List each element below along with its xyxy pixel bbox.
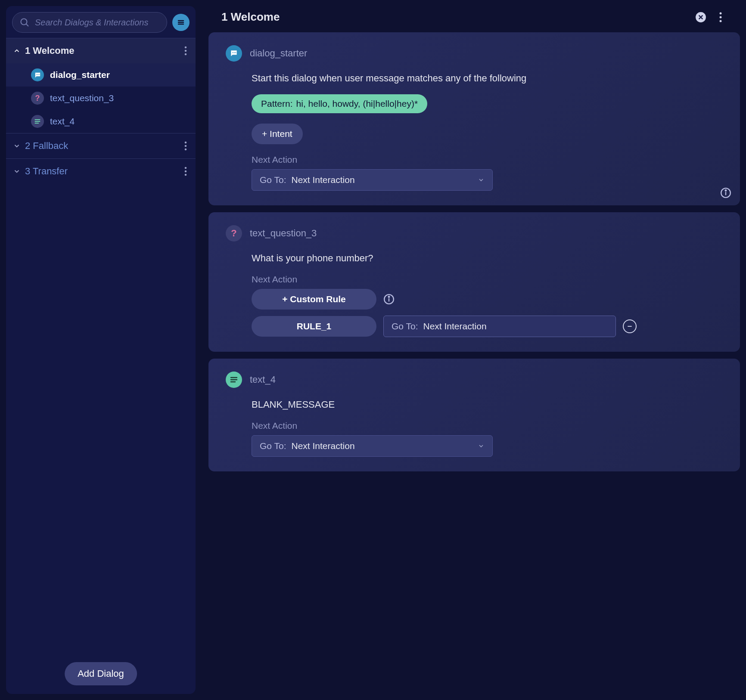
svg-line-1 bbox=[26, 24, 28, 26]
svg-point-29 bbox=[725, 190, 727, 191]
search-row bbox=[6, 9, 196, 38]
card-head: dialog_starter bbox=[226, 45, 723, 62]
card-message: What is your phone number? bbox=[252, 253, 723, 264]
select-prefix: Go To: bbox=[260, 441, 286, 451]
dialog-group-welcome: 1 Welcome dialog_starter ? text_question… bbox=[6, 38, 196, 133]
svg-point-19 bbox=[185, 174, 187, 176]
rule-row: RULE_1 Go To: Next Interaction bbox=[252, 316, 723, 337]
card-message: BLANK_MESSAGE bbox=[252, 399, 723, 410]
sidebar-item-label: dialog_starter bbox=[50, 70, 110, 80]
svg-point-9 bbox=[37, 74, 38, 75]
add-intent-button[interactable]: + Intent bbox=[252, 124, 303, 144]
sidebar-item-text-4[interactable]: text_4 bbox=[6, 110, 196, 133]
svg-point-7 bbox=[185, 53, 187, 56]
select-value: Next Interaction bbox=[291, 441, 354, 451]
rule-goto-select[interactable]: Go To: Next Interaction bbox=[383, 316, 616, 337]
svg-point-23 bbox=[720, 20, 722, 22]
select-value: Next Interaction bbox=[291, 175, 354, 185]
pattern-label: Pattern: bbox=[261, 99, 293, 109]
card-body: What is your phone number? Next Action +… bbox=[226, 253, 723, 337]
card-name: text_question_3 bbox=[250, 228, 317, 239]
text-icon bbox=[31, 115, 44, 128]
chevron-down-icon bbox=[13, 142, 21, 150]
chevron-down-icon bbox=[478, 177, 485, 183]
text-icon bbox=[226, 372, 242, 388]
dialog-header-welcome[interactable]: 1 Welcome bbox=[6, 38, 196, 63]
chevron-down-icon bbox=[13, 167, 21, 175]
svg-point-15 bbox=[185, 145, 187, 147]
info-icon[interactable] bbox=[383, 294, 395, 305]
search-input[interactable] bbox=[34, 17, 160, 28]
search-box[interactable] bbox=[12, 12, 167, 33]
sidebar-item-dialog-starter[interactable]: dialog_starter bbox=[6, 63, 196, 87]
card-description: Start this dialog when user message matc… bbox=[252, 73, 723, 84]
svg-point-14 bbox=[185, 142, 187, 144]
custom-rule-row: + Custom Rule bbox=[252, 289, 723, 310]
svg-point-22 bbox=[720, 16, 722, 18]
close-dialog-icon[interactable] bbox=[694, 11, 707, 24]
sidebar-item-label: text_question_3 bbox=[50, 93, 114, 103]
main-header: 1 Welcome bbox=[208, 6, 740, 25]
question-icon: ? bbox=[226, 225, 242, 242]
svg-point-6 bbox=[185, 50, 187, 52]
main: 1 Welcome dialog_starter Start this dial… bbox=[208, 6, 740, 694]
svg-point-26 bbox=[235, 52, 236, 53]
chat-icon bbox=[31, 68, 44, 81]
dialog-menu-transfer[interactable] bbox=[183, 165, 189, 178]
interaction-list: dialog_starter ? text_question_3 text_4 bbox=[6, 63, 196, 133]
dialog-title: 3 Transfer bbox=[25, 166, 68, 177]
card-body: BLANK_MESSAGE Next Action Go To: Next In… bbox=[226, 399, 723, 457]
chevron-down-icon bbox=[478, 443, 485, 449]
dialog-menu-welcome[interactable] bbox=[183, 44, 189, 57]
info-icon[interactable] bbox=[720, 187, 731, 198]
next-action-label: Next Action bbox=[252, 274, 723, 285]
sidebar: 1 Welcome dialog_starter ? text_question… bbox=[6, 6, 196, 694]
question-icon: ? bbox=[31, 92, 44, 105]
svg-point-24 bbox=[232, 52, 233, 53]
pattern-chip[interactable]: Pattern: hi, hello, howdy, (hi|hello|hey… bbox=[252, 94, 427, 113]
dialog-header-fallback[interactable]: 2 Fallback bbox=[6, 133, 196, 158]
sidebar-item-label: text_4 bbox=[50, 116, 75, 127]
add-dialog-button[interactable]: Add Dialog bbox=[65, 662, 137, 685]
next-action-select[interactable]: Go To: Next Interaction bbox=[252, 169, 493, 191]
sidebar-item-text-question-3[interactable]: ? text_question_3 bbox=[6, 87, 196, 110]
chevron-up-icon bbox=[13, 47, 21, 55]
remove-rule-button[interactable] bbox=[623, 319, 637, 333]
svg-point-32 bbox=[389, 296, 390, 297]
svg-point-8 bbox=[36, 74, 37, 75]
search-icon bbox=[19, 17, 30, 28]
card-text-4[interactable]: text_4 BLANK_MESSAGE Next Action Go To: … bbox=[208, 359, 740, 471]
next-action-label: Next Action bbox=[252, 155, 723, 165]
svg-point-18 bbox=[185, 170, 187, 173]
svg-point-5 bbox=[185, 46, 187, 49]
svg-point-0 bbox=[21, 19, 27, 25]
chat-icon bbox=[226, 45, 242, 62]
next-action-label: Next Action bbox=[252, 421, 723, 431]
card-name: text_4 bbox=[250, 374, 276, 385]
select-value: Next Interaction bbox=[423, 321, 486, 331]
dialog-menu-fallback[interactable] bbox=[183, 139, 189, 152]
pattern-value: hi, hello, howdy, (hi|hello|hey)* bbox=[296, 99, 418, 109]
svg-point-17 bbox=[185, 167, 187, 169]
dialog-title: 1 Welcome bbox=[25, 45, 75, 56]
svg-point-16 bbox=[185, 149, 187, 151]
menu-button[interactable] bbox=[172, 14, 190, 31]
select-prefix: Go To: bbox=[392, 321, 418, 331]
svg-point-10 bbox=[39, 74, 40, 75]
page-title: 1 Welcome bbox=[221, 10, 280, 24]
next-action-select[interactable]: Go To: Next Interaction bbox=[252, 435, 493, 457]
main-menu-kebab[interactable] bbox=[714, 11, 727, 24]
card-body: Start this dialog when user message matc… bbox=[226, 73, 723, 191]
svg-point-25 bbox=[234, 52, 235, 53]
card-dialog-starter[interactable]: dialog_starter Start this dialog when us… bbox=[208, 32, 740, 205]
dialog-header-transfer[interactable]: 3 Transfer bbox=[6, 158, 196, 184]
card-name: dialog_starter bbox=[250, 48, 307, 59]
dialog-title: 2 Fallback bbox=[25, 140, 68, 152]
card-head: text_4 bbox=[226, 372, 723, 388]
add-custom-rule-button[interactable]: + Custom Rule bbox=[252, 289, 376, 310]
select-prefix: Go To: bbox=[260, 175, 286, 185]
card-head: ? text_question_3 bbox=[226, 225, 723, 242]
card-text-question-3[interactable]: ? text_question_3 What is your phone num… bbox=[208, 212, 740, 352]
svg-point-21 bbox=[720, 12, 722, 14]
rule-name-pill[interactable]: RULE_1 bbox=[252, 316, 376, 337]
